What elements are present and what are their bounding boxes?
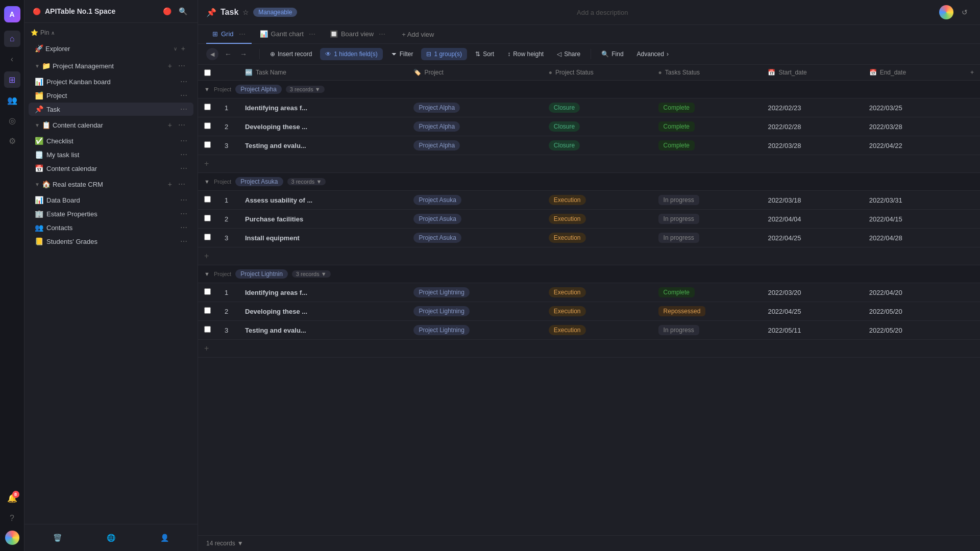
checklist-menu-icon[interactable]: ⋯ [180, 137, 187, 145]
grid-icon[interactable]: ⊞ [4, 71, 20, 88]
cc-add-icon[interactable]: + [166, 120, 174, 130]
sidebar-section-real-estate[interactable]: ▼ 🏠 Real estate CRM + ⋯ [29, 176, 193, 192]
board-tab-dots[interactable]: ⋯ [379, 30, 385, 38]
add-view-button[interactable]: + Add view [396, 27, 440, 42]
sidebar-item-content-calendar[interactable]: 📅 Content calendar ⋯ [29, 162, 193, 175]
notification-bell[interactable]: 🔔 8 [4, 490, 20, 506]
col-header-start-date[interactable]: 📅 Start_date [762, 65, 863, 81]
group-record-count[interactable]: 3 records ▼ [287, 178, 326, 185]
grid-tab-dots[interactable]: ⋯ [239, 30, 246, 38]
sidebar-item-project[interactable]: 🗂️ Project ⋯ [29, 89, 193, 102]
col-header-project-status[interactable]: ● Project Status [543, 65, 652, 81]
task-menu-icon[interactable]: ⋯ [180, 105, 187, 113]
table-row[interactable]: 2 Developing these ... Project Alpha Clo… [198, 117, 980, 136]
table-row[interactable]: 1 Assess usability of ... Project Asuka … [198, 191, 980, 210]
page-description[interactable]: Add a description [577, 9, 628, 16]
col-header-end-date[interactable]: 📅 End_date [863, 65, 964, 81]
re-menu-icon[interactable]: ⋯ [176, 179, 187, 189]
group-collapse-icon[interactable]: ▼ [204, 86, 210, 92]
nav-forward-button[interactable]: → [237, 48, 250, 60]
grades-menu-icon[interactable]: ⋯ [180, 237, 187, 245]
nav-back-button[interactable]: ← [222, 48, 235, 60]
cc-menu-icon[interactable]: ⋯ [176, 120, 187, 130]
table-row[interactable]: 3 Testing and evalu... Project Lightning… [198, 321, 980, 340]
sort-button[interactable]: ⇅ Sort [470, 48, 499, 60]
pm-menu-icon[interactable]: ⋯ [176, 61, 187, 71]
estate-menu-icon[interactable]: ⋯ [180, 210, 187, 218]
sidebar-item-contacts[interactable]: 👥 Contacts ⋯ [29, 221, 193, 234]
app-logo[interactable] [5, 531, 19, 545]
add-record-button[interactable]: + [204, 252, 209, 260]
contacts-menu-icon[interactable]: ⋯ [180, 223, 187, 232]
kanban-menu-icon[interactable]: ⋯ [180, 78, 187, 86]
select-all-checkbox[interactable] [204, 69, 211, 76]
table-row[interactable]: 1 Identifying areas f... Project Alpha C… [198, 98, 980, 117]
add-record-button[interactable]: + [204, 159, 209, 168]
content-cal-menu-icon[interactable]: ⋯ [180, 164, 187, 172]
sidebar-item-estate[interactable]: 🏢 Estate Properties ⋯ [29, 207, 193, 220]
explore-icon[interactable]: 🌐 [105, 533, 117, 543]
tab-board[interactable]: 🔲 Board view ⋯ [324, 25, 391, 44]
sidebar-item-grades[interactable]: 📒 Students' Grades ⋯ [29, 235, 193, 248]
row-checkbox[interactable] [204, 196, 211, 203]
filter-button[interactable]: ⏷ Filter [386, 48, 419, 60]
sidebar-section-project-management[interactable]: ▼ 📁 Project Management + ⋯ [29, 58, 193, 74]
table-row[interactable]: 2 Developing these ... Project Lightning… [198, 302, 980, 321]
col-header-add[interactable]: + [964, 65, 980, 81]
avatar[interactable]: A [4, 6, 20, 22]
share-button[interactable]: ◁ Share [552, 48, 585, 60]
space-dot-icon[interactable]: 🔴 [161, 6, 174, 16]
row-checkbox[interactable] [204, 104, 211, 110]
table-row[interactable]: 2 Purchase facilities Project Asuka Exec… [198, 210, 980, 229]
tab-gantt[interactable]: 📊 Gantt chart ⋯ [254, 25, 322, 44]
trash-icon[interactable]: 🗑️ [51, 533, 64, 543]
re-add-icon[interactable]: + [166, 179, 174, 189]
sidebar-item-kanban[interactable]: 📊 Project Kanban board ⋯ [29, 75, 193, 88]
home-icon[interactable]: ⌂ [4, 31, 20, 47]
advanced-button[interactable]: Advanced › [632, 48, 674, 60]
col-header-tasks-status[interactable]: ● Tasks Status [652, 65, 762, 81]
sidebar-item-databoard[interactable]: 📊 Data Board ⋯ [29, 193, 193, 207]
sidebar-item-task[interactable]: 📌 Task ⋯ [29, 103, 193, 116]
group-record-count[interactable]: 3 records ▼ [286, 86, 325, 93]
row-height-button[interactable]: ↕ Row height [502, 48, 549, 60]
sidebar-collapse-button[interactable]: ◀ [206, 48, 218, 60]
record-count[interactable]: 14 records ▼ [206, 540, 243, 547]
explorer-add-icon[interactable]: + [179, 43, 187, 54]
group-button[interactable]: ⊟ 1 group(s) [421, 48, 467, 60]
row-checkbox[interactable] [204, 215, 211, 221]
table-row[interactable]: 3 Testing and evalu... Project Alpha Clo… [198, 136, 980, 155]
star-icon[interactable]: ☆ [242, 8, 249, 16]
gantt-tab-dots[interactable]: ⋯ [309, 30, 315, 38]
help-icon[interactable]: ? [4, 510, 20, 527]
pm-add-icon[interactable]: + [166, 61, 174, 71]
chart-icon[interactable]: ◎ [4, 112, 20, 129]
sidebar-item-mytask[interactable]: 🗒️ My task list ⋯ [29, 148, 193, 161]
people-icon[interactable]: 👥 [4, 92, 20, 108]
sidebar-item-checklist[interactable]: ✅ Checklist ⋯ [29, 134, 193, 147]
row-checkbox[interactable] [204, 326, 211, 333]
row-checkbox[interactable] [204, 141, 211, 148]
table-row[interactable]: 3 Install equipment Project Asuka Execut… [198, 229, 980, 247]
mytask-menu-icon[interactable]: ⋯ [180, 151, 187, 159]
add-col-icon[interactable]: + [970, 69, 974, 76]
settings-icon[interactable]: ⚙ [4, 133, 20, 149]
find-button[interactable]: 🔍 Find [596, 48, 628, 60]
row-checkbox[interactable] [204, 234, 211, 240]
project-menu-icon[interactable]: ⋯ [180, 91, 187, 99]
profile-icon[interactable]: 👤 [158, 533, 171, 543]
group-record-count[interactable]: 3 records ▼ [292, 270, 331, 278]
group-collapse-icon[interactable]: ▼ [204, 271, 210, 277]
pin-section[interactable]: ⭐ Pin ∧ [24, 27, 198, 39]
search-icon[interactable]: 🔍 [177, 6, 189, 16]
group-collapse-icon[interactable]: ▼ [204, 179, 210, 185]
insert-record-button[interactable]: ⊕ Insert record [265, 48, 317, 60]
add-record-button[interactable]: + [204, 344, 209, 353]
row-checkbox[interactable] [204, 288, 211, 295]
row-checkbox[interactable] [204, 307, 211, 314]
row-checkbox[interactable] [204, 122, 211, 129]
refresh-button[interactable]: ↺ [958, 6, 972, 18]
nav-collapse-icon[interactable]: ‹ [4, 51, 20, 67]
sidebar-section-content-calendar[interactable]: ▼ 📋 Content calendar + ⋯ [29, 117, 193, 133]
databoard-menu-icon[interactable]: ⋯ [180, 196, 187, 204]
